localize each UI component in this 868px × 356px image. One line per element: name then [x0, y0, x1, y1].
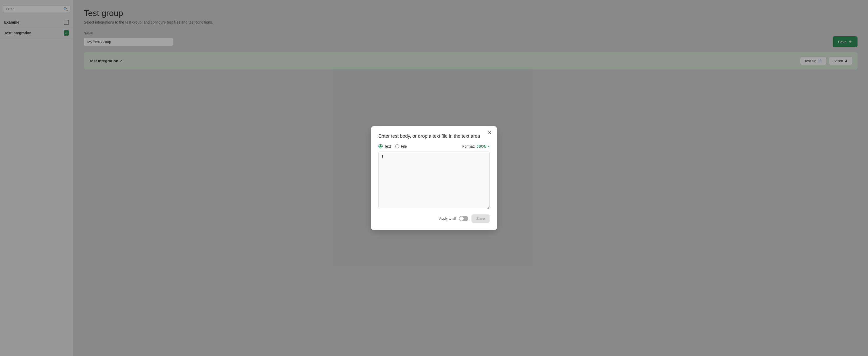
radio-row: Text File Format: JSON ▾: [378, 144, 490, 148]
radio-group: Text File: [378, 144, 407, 148]
modal-overlay[interactable]: Enter test body, or drop a text file in …: [0, 0, 868, 356]
format-row: Format: JSON ▾: [462, 144, 490, 148]
radio-text-button[interactable]: [378, 144, 383, 148]
radio-file-button[interactable]: [395, 144, 399, 148]
modal: Enter test body, or drop a text file in …: [371, 126, 497, 230]
modal-save-button[interactable]: Save: [471, 214, 490, 223]
format-value: JSON: [476, 144, 487, 148]
apply-all-toggle[interactable]: [459, 216, 468, 221]
test-body-textarea[interactable]: 1: [378, 151, 490, 209]
radio-text-label[interactable]: Text: [378, 144, 391, 148]
textarea-wrap: 1: [378, 151, 490, 210]
chevron-down-icon[interactable]: ▾: [488, 144, 490, 148]
radio-file-label[interactable]: File: [395, 144, 407, 148]
modal-title: Enter test body, or drop a text file in …: [378, 134, 490, 139]
modal-close-button[interactable]: ✕: [488, 130, 492, 135]
apply-all-label: Apply to all: [439, 216, 456, 220]
modal-footer: Apply to all Save: [378, 214, 490, 223]
